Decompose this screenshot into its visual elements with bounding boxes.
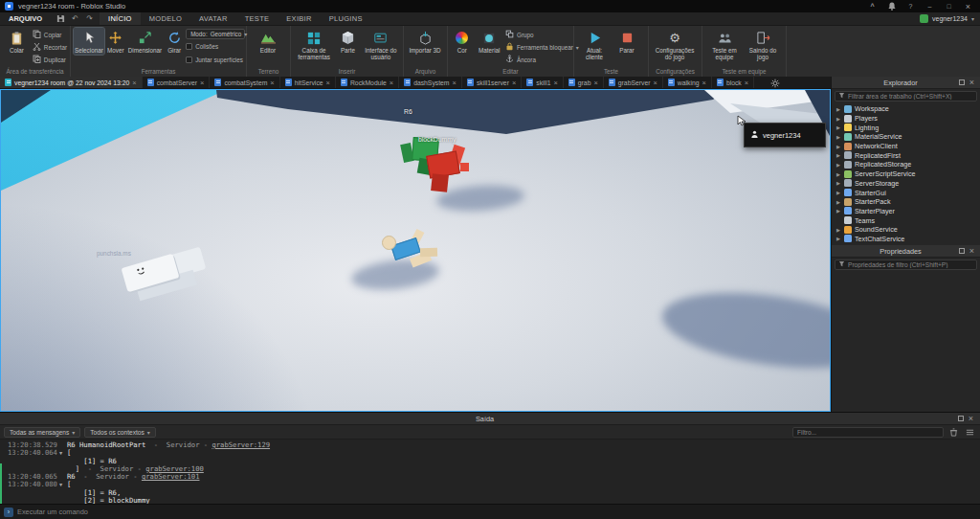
document-tab[interactable]: block [712,77,754,88]
explorer-tree-item[interactable]: Teams [832,215,980,225]
expand-arrow-icon[interactable]: ▶ [835,124,841,130]
close-tab-icon[interactable] [553,79,557,87]
expand-arrow-icon[interactable]: ▼ [59,481,67,488]
explorer-tree-item[interactable]: ▶ StarterPack [832,197,980,207]
document-tab[interactable]: RockModule [336,77,399,88]
messages-filter-dropdown[interactable]: Todas as mensagens [4,427,80,438]
float-panel-icon[interactable] [955,414,966,423]
expand-arrow-icon[interactable]: ▶ [835,236,841,241]
tab-options-gear-icon[interactable] [766,77,785,89]
explorer-tree-item[interactable]: ▶ SoundService [832,225,980,235]
cut-button[interactable]: Recortar [33,41,67,53]
command-bar[interactable] [0,504,980,519]
log-line[interactable]: 13:20:40.064▼[ [8,449,978,457]
close-tab-icon[interactable] [200,79,204,87]
expand-arrow-icon[interactable]: ▶ [835,116,841,122]
close-tab-icon[interactable] [512,79,516,87]
close-tab-icon[interactable] [653,79,657,87]
document-tab[interactable]: skill1 [522,77,564,88]
close-panel-icon[interactable] [966,414,976,423]
explorer-tree-item[interactable]: ▶ ReplicatedStorage [832,160,980,169]
close-button[interactable] [961,1,975,11]
ribbon-tab[interactable]: PLUGINS [321,12,371,25]
document-tab[interactable]: walking [663,77,712,88]
explorer-tree-item[interactable]: ▶ ServerScriptService [832,169,980,179]
explorer-header[interactable]: Explorador [832,77,980,89]
ribbon-tab[interactable]: TESTE [236,12,278,25]
contexts-filter-dropdown[interactable]: Todos os contextos [84,427,155,438]
float-panel-icon[interactable] [956,78,967,87]
explorer-tree-item[interactable]: ▶ ServerStorage [832,179,980,189]
duplicate-button[interactable]: Duplicar [33,54,67,65]
account-area[interactable]: vegner1234 [914,12,980,25]
explorer-tree-item[interactable]: ▶ NetworkClient [832,142,980,151]
lock-tool-button[interactable]: Ferramenta bloquear [505,41,570,53]
document-tab[interactable]: skill1server [462,77,522,88]
close-tab-icon[interactable] [326,79,330,87]
select-tool-button[interactable]: Selecionar [74,28,104,55]
ribbon-tab[interactable]: MODELO [141,12,190,25]
collapse-ribbon-icon[interactable] [865,1,880,11]
output-filter-input[interactable] [792,427,944,438]
clear-output-icon[interactable] [947,426,960,438]
expand-arrow-icon[interactable]: ▶ [835,171,841,177]
command-input[interactable] [17,508,976,516]
log-line[interactable]: [1] = R6, [8,489,978,497]
join-surfaces-checkbox[interactable]: Juntar superfícies [186,54,245,65]
group-button[interactable]: Grupo [505,29,570,40]
save-icon[interactable] [55,13,67,25]
expand-arrow-icon[interactable]: ▶ [835,152,841,158]
play-button[interactable]: Atual: cliente [577,28,612,61]
part-button[interactable]: Parte [336,28,360,55]
document-tab[interactable]: hitService [280,77,336,88]
expand-arrow-icon[interactable]: ▶ [835,199,841,205]
undo-icon[interactable] [69,13,81,25]
expand-arrow-icon[interactable]: ▼ [59,449,67,457]
document-tab[interactable]: combatSystem [210,77,279,88]
explorer-tree-item[interactable]: ▶ Lighting [832,123,980,132]
move-tool-button[interactable]: Mover [106,28,125,55]
redo-icon[interactable] [83,13,96,25]
team-test-button[interactable]: Teste em equipe [705,28,744,61]
minimize-button[interactable] [923,1,937,11]
document-tab[interactable]: combatServer [143,77,211,88]
explorer-tree-item[interactable]: ▶ MaterialService [832,132,980,142]
script-line-link[interactable]: grabServer:101 [142,472,200,481]
material-button[interactable]: Material [476,28,503,55]
collisions-checkbox[interactable]: Colisões [186,41,245,53]
import-3d-button[interactable]: Importar 3D [407,28,443,55]
close-tab-icon[interactable] [702,79,706,87]
close-tab-icon[interactable] [132,79,136,87]
expand-arrow-icon[interactable]: ▶ [835,134,841,140]
close-panel-icon[interactable] [967,246,977,256]
notifications-bell-icon[interactable] [884,1,899,11]
close-tab-icon[interactable] [745,79,748,87]
properties-filter-input[interactable] [848,261,973,268]
explorer-filter-input[interactable] [848,93,973,100]
explorer-tree-item[interactable]: ▶ StarterPlayer [832,207,980,216]
explorer-tree-item[interactable]: ▶ Players [832,114,980,124]
ui-button[interactable]: Interface do usuário [362,28,400,61]
document-tab[interactable]: grabServer [604,77,663,88]
terrain-editor-button[interactable]: Editor [250,28,286,55]
document-tab[interactable]: grab [564,77,604,88]
close-tab-icon[interactable] [453,79,457,87]
viewport-3d[interactable]: punchsla.ms R6 blockDummy vegner1234 [0,89,831,412]
ribbon-tab[interactable]: INÍCIO [100,12,141,25]
expand-arrow-icon[interactable]: ▶ [835,162,841,168]
stop-button[interactable]: Parar [613,28,640,55]
explorer-tree-item[interactable]: ▶ ReplicatedFirst [832,150,980,160]
explorer-tree-item[interactable]: ▶ TextChatService [832,235,980,244]
script-line-link[interactable]: grabServer:129 [212,440,270,449]
ribbon-tab[interactable]: AVATAR [190,12,236,25]
paste-button[interactable]: Colar [3,28,31,55]
mode-dropdown[interactable]: Modo: Geométrico [186,29,245,39]
expand-arrow-icon[interactable]: ▶ [835,180,841,186]
expand-arrow-icon[interactable]: ▶ [835,106,841,112]
close-panel-icon[interactable] [967,78,977,87]
ribbon-tab[interactable]: EXIBIR [278,12,320,25]
rotate-tool-button[interactable]: Girar [165,28,184,55]
close-tab-icon[interactable] [390,79,393,87]
expand-arrow-icon[interactable]: ▶ [835,227,841,233]
close-tab-icon[interactable] [270,79,274,87]
